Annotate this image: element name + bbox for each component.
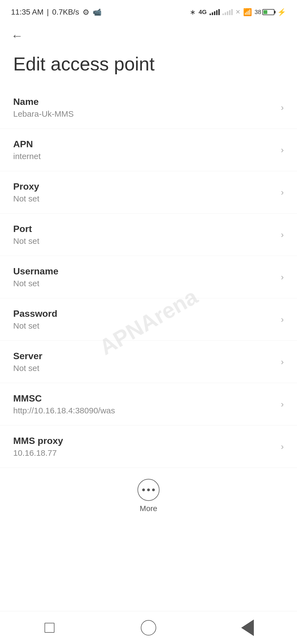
settings-item-password-content: Password Not set (13, 308, 57, 331)
settings-item-port-value: Not set (13, 236, 39, 246)
more-dot-1 (142, 489, 145, 491)
page-title-area: Edit access point (0, 47, 297, 86)
settings-item-apn[interactable]: APN internet › (0, 129, 297, 171)
status-speed: 0.7KB/s (52, 8, 79, 17)
settings-item-username-content: Username Not set (13, 266, 58, 288)
status-bar: 11:35 AM | 0.7KB/s ⚙ 📹 ∗ 4G ✕ 📶 38 (0, 0, 297, 22)
chevron-right-icon-password: › (281, 314, 284, 324)
settings-item-mmsc-label: MMSC (13, 393, 115, 404)
network-4g-icon: 4G (199, 9, 207, 16)
settings-item-mms-proxy-value: 10.16.18.77 (13, 448, 63, 458)
wifi-icon: 📶 (243, 8, 252, 17)
settings-item-server-content: Server Not set (13, 351, 42, 373)
settings-item-name-content: Name Lebara-Uk-MMS (13, 96, 74, 119)
main-content: Name Lebara-Uk-MMS › APN internet › Prox… (0, 86, 297, 587)
settings-item-mms-proxy-label: MMS proxy (13, 435, 63, 446)
settings-item-port-label: Port (13, 223, 39, 234)
more-dot-2 (147, 489, 150, 491)
chevron-right-icon-mms-proxy: › (281, 441, 284, 452)
settings-item-mmsc-content: MMSC http://10.16.18.4:38090/was (13, 393, 115, 415)
chevron-right-icon-apn: › (281, 145, 284, 155)
battery-percent: 38 (255, 9, 261, 16)
chevron-right-icon-name: › (281, 102, 284, 113)
charging-icon: ⚡ (277, 8, 286, 17)
settings-item-proxy-value: Not set (13, 194, 39, 203)
nav-back-button[interactable] (237, 617, 258, 639)
chevron-right-icon-username: › (281, 272, 284, 282)
more-circle (138, 479, 160, 501)
video-icon: 📹 (93, 8, 101, 17)
settings-item-mmsc-value: http://10.16.18.4:38090/was (13, 406, 115, 415)
chevron-right-icon-port: › (281, 230, 284, 240)
settings-list: Name Lebara-Uk-MMS › APN internet › Prox… (0, 86, 297, 468)
settings-item-mms-proxy-content: MMS proxy 10.16.18.77 (13, 435, 63, 458)
status-right: ∗ 4G ✕ 📶 38 ⚡ (190, 8, 286, 17)
settings-item-port[interactable]: Port Not set › (0, 214, 297, 256)
settings-icon: ⚙ (82, 8, 89, 17)
chevron-right-icon-mmsc: › (281, 399, 284, 409)
settings-item-apn-content: APN internet (13, 139, 41, 161)
nav-home-button[interactable] (138, 617, 160, 639)
signal-bars-1 (210, 9, 220, 15)
battery: 38 (255, 9, 274, 16)
settings-item-proxy-label: Proxy (13, 181, 39, 192)
settings-item-username[interactable]: Username Not set › (0, 256, 297, 298)
settings-item-name-value: Lebara-Uk-MMS (13, 109, 74, 119)
nav-recents-button[interactable] (38, 617, 61, 639)
settings-item-username-value: Not set (13, 279, 58, 288)
settings-item-name-label: Name (13, 96, 74, 107)
nav-bar (0, 611, 297, 644)
back-button-area: ← (0, 22, 297, 47)
status-left: 11:35 AM | 0.7KB/s ⚙ 📹 (11, 8, 101, 17)
settings-item-port-content: Port Not set (13, 223, 39, 246)
settings-item-username-label: Username (13, 266, 58, 277)
settings-item-server-value: Not set (13, 364, 42, 373)
more-button[interactable]: More (138, 479, 160, 513)
battery-fill (263, 10, 267, 14)
settings-item-server[interactable]: Server Not set › (0, 341, 297, 383)
battery-box (262, 9, 274, 15)
signal-bars-2 (222, 9, 233, 15)
nav-back-icon (241, 620, 254, 636)
settings-item-name[interactable]: Name Lebara-Uk-MMS › (0, 86, 297, 129)
page-title: Edit access point (13, 53, 284, 75)
settings-item-apn-label: APN (13, 139, 41, 149)
more-button-area: More (0, 468, 297, 521)
settings-item-proxy[interactable]: Proxy Not set › (0, 171, 297, 214)
settings-item-mms-proxy[interactable]: MMS proxy 10.16.18.77 › (0, 425, 297, 468)
more-label: More (140, 504, 157, 513)
settings-item-proxy-content: Proxy Not set (13, 181, 39, 203)
settings-item-password-value: Not set (13, 321, 57, 331)
more-dot-3 (152, 489, 155, 491)
status-time: 11:35 AM (11, 8, 43, 17)
more-dots (142, 489, 155, 491)
settings-item-server-label: Server (13, 351, 42, 361)
bluetooth-icon: ∗ (190, 8, 196, 17)
settings-item-mmsc[interactable]: MMSC http://10.16.18.4:38090/was › (0, 383, 297, 425)
status-separator: | (47, 8, 49, 17)
no-signal-icon: ✕ (235, 9, 240, 16)
chevron-right-icon-proxy: › (281, 187, 284, 197)
chevron-right-icon-server: › (281, 357, 284, 367)
nav-home-icon (141, 620, 156, 635)
settings-item-apn-value: internet (13, 152, 41, 161)
settings-item-password-label: Password (13, 308, 57, 319)
back-button[interactable]: ← (11, 30, 286, 42)
nav-recents-icon (45, 623, 54, 633)
settings-item-password[interactable]: Password Not set › (0, 298, 297, 341)
